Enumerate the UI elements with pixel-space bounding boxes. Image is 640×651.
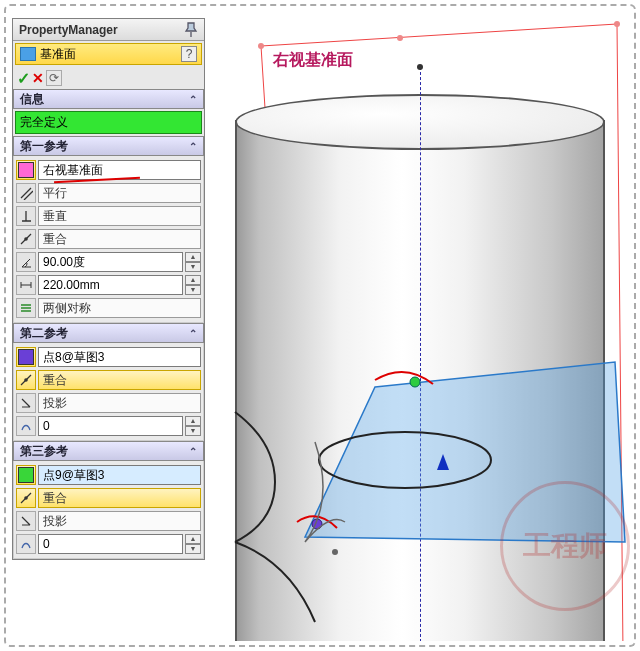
chevron-icon: ⌃ [189, 94, 197, 105]
property-manager-panel: PropertyManager 基准面 ? ✓ ✕ ⟳ 信息 ⌃ 完全定义 第一… [12, 18, 205, 560]
ref3-swatch [18, 467, 34, 483]
select-entity-icon[interactable] [16, 347, 36, 367]
ref3-header-label: 第三参考 [20, 443, 68, 460]
status-fully-defined: 完全定义 [15, 111, 202, 134]
coincident-button[interactable]: 重合 [38, 370, 201, 390]
coincident-icon[interactable] [16, 488, 36, 508]
ref3-header[interactable]: 第三参考 ⌃ [13, 441, 204, 461]
project-icon[interactable] [16, 511, 36, 531]
cancel-button[interactable]: ✕ [32, 70, 44, 86]
midplane-button[interactable]: 两侧对称 [38, 298, 201, 318]
ok-button[interactable]: ✓ [17, 69, 30, 88]
ref2-body: 点8@草图3 重合 投影 0 ▲▼ [13, 343, 204, 441]
chevron-icon: ⌃ [189, 328, 197, 339]
ref1-body: 右视基准面 平行 垂直 重合 90.00度 ▲▼ 220.00mm ▲▼ [13, 156, 204, 323]
angle-spinner[interactable]: ▲▼ [185, 252, 201, 272]
svg-point-1 [24, 378, 28, 382]
project-icon[interactable] [16, 393, 36, 413]
ref2-value-input[interactable]: 0 [38, 416, 183, 436]
ref1-swatch [18, 162, 34, 178]
chevron-icon: ⌃ [189, 446, 197, 457]
ref1-header-label: 第一参考 [20, 138, 68, 155]
project-button[interactable]: 投影 [38, 511, 201, 531]
angle-input[interactable]: 90.00度 [38, 252, 183, 272]
ref3-value-input[interactable]: 0 [38, 534, 183, 554]
ref3-body: 点9@草图3 重合 投影 0 ▲▼ [13, 461, 204, 559]
distance-icon[interactable] [16, 275, 36, 295]
ref3-spinner[interactable]: ▲▼ [185, 534, 201, 554]
info-header-label: 信息 [20, 91, 44, 108]
pin-icon[interactable] [184, 22, 198, 38]
select-entity-icon[interactable] [16, 465, 36, 485]
value-icon[interactable] [16, 534, 36, 554]
perpendicular-button[interactable]: 垂直 [38, 206, 201, 226]
perpendicular-icon[interactable] [16, 206, 36, 226]
info-header[interactable]: 信息 ⌃ [13, 89, 204, 109]
plane-icon [20, 47, 36, 61]
ref3-entity-input[interactable]: 点9@草图3 [38, 465, 201, 485]
coincident-icon[interactable] [16, 370, 36, 390]
parallel-icon[interactable] [16, 183, 36, 203]
coincident-button[interactable]: 重合 [38, 229, 201, 249]
feature-header: 基准面 ? [15, 43, 202, 65]
value-icon[interactable] [16, 416, 36, 436]
property-manager-title-text: PropertyManager [19, 23, 118, 37]
chevron-icon: ⌃ [189, 141, 197, 152]
ref2-spinner[interactable]: ▲▼ [185, 416, 201, 436]
distance-input[interactable]: 220.00mm [38, 275, 183, 295]
svg-point-2 [24, 496, 28, 500]
ref2-swatch [18, 349, 34, 365]
coincident-button[interactable]: 重合 [38, 488, 201, 508]
select-entity-icon[interactable] [16, 160, 36, 180]
ref2-entity-input[interactable]: 点8@草图3 [38, 347, 201, 367]
preview-button[interactable]: ⟳ [46, 70, 62, 86]
ref2-header[interactable]: 第二参考 ⌃ [13, 323, 204, 343]
svg-point-10 [319, 432, 491, 488]
ref1-entity-input[interactable]: 右视基准面 [38, 160, 201, 180]
feature-name: 基准面 [40, 46, 76, 63]
distance-spinner[interactable]: ▲▼ [185, 275, 201, 295]
svg-point-0 [24, 237, 28, 241]
midplane-icon[interactable] [16, 298, 36, 318]
project-button[interactable]: 投影 [38, 393, 201, 413]
property-manager-title: PropertyManager [13, 19, 204, 41]
ref2-header-label: 第二参考 [20, 325, 68, 342]
coincident-icon[interactable] [16, 229, 36, 249]
parallel-button[interactable]: 平行 [38, 183, 201, 203]
help-button[interactable]: ? [181, 46, 197, 62]
confirm-row: ✓ ✕ ⟳ [13, 67, 204, 89]
svg-point-11 [332, 549, 338, 555]
angle-icon[interactable] [16, 252, 36, 272]
ref1-header[interactable]: 第一参考 ⌃ [13, 136, 204, 156]
watermark: 工程师 [500, 481, 630, 611]
